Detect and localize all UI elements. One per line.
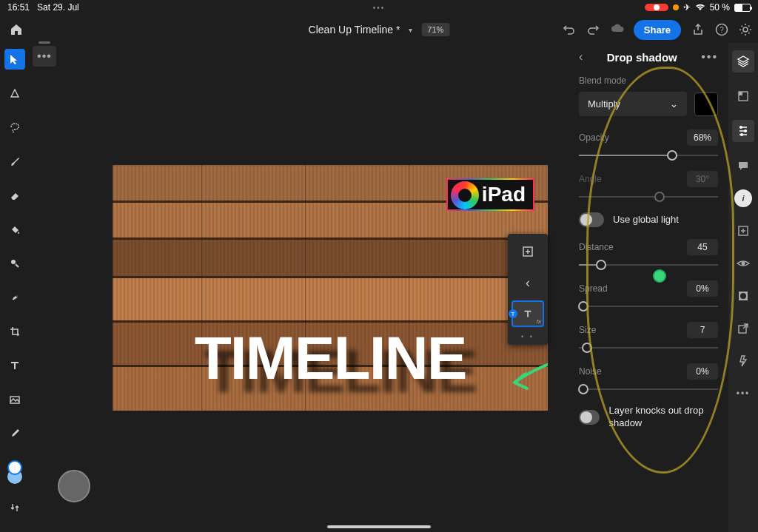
pagination-dots[interactable]: • • bbox=[521, 333, 534, 340]
spread-label: Spread bbox=[579, 283, 608, 294]
spread-slider[interactable] bbox=[579, 301, 718, 312]
color-swatches[interactable] bbox=[7, 460, 22, 484]
secondary-toolbar: ••• bbox=[33, 46, 56, 67]
canvas[interactable]: iPad TIMELINE bbox=[113, 165, 548, 411]
opacity-label: Opacity bbox=[579, 132, 609, 143]
svg-point-18 bbox=[740, 293, 746, 299]
svg-point-12 bbox=[744, 129, 747, 132]
handle-dots[interactable]: ••• bbox=[373, 4, 386, 12]
svg-point-5 bbox=[12, 297, 13, 299]
share-button[interactable]: Share bbox=[634, 20, 681, 40]
fx-badge: fx bbox=[537, 318, 541, 325]
layers-panel-button[interactable] bbox=[732, 50, 754, 73]
svg-point-13 bbox=[740, 133, 743, 136]
foreground-color[interactable] bbox=[7, 460, 22, 475]
smudge-tool[interactable] bbox=[4, 253, 25, 274]
global-light-toggle[interactable] bbox=[579, 212, 604, 227]
noise-slider[interactable] bbox=[579, 384, 718, 394]
angle-slider bbox=[579, 192, 718, 202]
knockout-toggle[interactable] bbox=[579, 410, 600, 425]
distance-value[interactable]: 45 bbox=[687, 239, 718, 255]
fill-tool[interactable] bbox=[4, 219, 25, 240]
export-panel-button[interactable] bbox=[734, 320, 752, 337]
size-label: Size bbox=[579, 325, 596, 335]
text-tool[interactable] bbox=[4, 355, 25, 376]
airplane-icon: ✈ bbox=[683, 2, 691, 13]
top-bar: ••• Clean Up Timeline * ▾ 71% Share ? bbox=[0, 15, 758, 44]
svg-point-16 bbox=[742, 262, 745, 266]
svg-point-6 bbox=[16, 296, 18, 297]
brush-tool[interactable] bbox=[4, 151, 25, 172]
eyedropper-tool[interactable] bbox=[4, 423, 25, 444]
text-layer-thumbnail[interactable]: T fx bbox=[512, 300, 544, 327]
knockout-label: Layer knocks out drop shadow bbox=[608, 405, 718, 430]
svg-point-2 bbox=[743, 27, 748, 32]
left-toolbar bbox=[0, 44, 30, 532]
ipad-badge: iPad bbox=[446, 178, 534, 211]
angle-value: 30° bbox=[687, 171, 718, 187]
properties-panel-button[interactable] bbox=[734, 87, 752, 105]
tool-options-button[interactable]: ••• bbox=[33, 46, 56, 67]
green-arrow-annotation bbox=[503, 353, 548, 397]
spread-value[interactable]: 0% bbox=[687, 280, 718, 297]
angle-label: Angle bbox=[579, 174, 602, 184]
text-layer-indicator: T bbox=[509, 309, 517, 318]
wifi-icon bbox=[695, 4, 705, 11]
privacy-dot bbox=[673, 4, 679, 10]
undo-button[interactable] bbox=[563, 23, 576, 36]
home-button[interactable] bbox=[6, 19, 27, 40]
healing-tool[interactable] bbox=[4, 287, 25, 308]
battery-icon bbox=[734, 4, 751, 12]
export-icon[interactable] bbox=[691, 23, 705, 36]
svg-rect-10 bbox=[739, 92, 742, 95]
comments-button[interactable] bbox=[734, 157, 752, 175]
timeline-text-layer[interactable]: TIMELINE bbox=[195, 323, 466, 393]
layer-strip: ‹ T fx • • bbox=[508, 234, 548, 345]
battery-pct: 50 % bbox=[710, 2, 730, 13]
move-tool[interactable] bbox=[4, 49, 25, 70]
noise-value[interactable]: 0% bbox=[687, 363, 718, 380]
size-value[interactable]: 7 bbox=[687, 322, 718, 338]
blend-mode-dropdown[interactable]: Multiply ⌄ bbox=[579, 92, 687, 116]
visibility-button[interactable] bbox=[734, 255, 752, 272]
opacity-slider[interactable] bbox=[579, 150, 718, 161]
place-tool[interactable] bbox=[4, 389, 25, 410]
blend-mode-label: Blend mode bbox=[579, 75, 718, 86]
more-button[interactable]: ••• bbox=[734, 385, 752, 403]
add-button[interactable] bbox=[734, 222, 752, 240]
info-button[interactable]: i bbox=[734, 189, 752, 207]
settings-icon[interactable] bbox=[739, 23, 752, 36]
svg-point-3 bbox=[11, 260, 16, 264]
cloud-icon[interactable] bbox=[610, 23, 623, 36]
opacity-value[interactable]: 68% bbox=[687, 129, 718, 146]
zoom-level[interactable]: 71% bbox=[421, 23, 449, 36]
panel-menu-button[interactable]: ••• bbox=[701, 50, 718, 64]
size-slider[interactable] bbox=[579, 343, 718, 353]
brush-preview[interactable] bbox=[58, 470, 90, 502]
right-toolbar: i ••• bbox=[728, 43, 758, 532]
transform-tool[interactable] bbox=[4, 83, 25, 104]
recording-indicator bbox=[645, 4, 668, 11]
title-dropdown-icon[interactable]: ▾ bbox=[409, 26, 412, 34]
svg-point-11 bbox=[739, 126, 742, 129]
adjustments-panel-button[interactable] bbox=[732, 120, 754, 142]
eraser-tool[interactable] bbox=[4, 185, 25, 206]
distance-label: Distance bbox=[579, 242, 614, 252]
svg-text:?: ? bbox=[720, 26, 724, 34]
lasso-tool[interactable] bbox=[4, 117, 25, 138]
noise-label: Noise bbox=[579, 366, 602, 377]
home-indicator[interactable] bbox=[327, 525, 431, 528]
shadow-color-well[interactable] bbox=[694, 92, 718, 116]
chevron-down-icon: ⌄ bbox=[670, 98, 678, 110]
mask-button[interactable] bbox=[734, 287, 752, 305]
panel-back-button[interactable]: ‹ bbox=[579, 50, 583, 64]
crop-tool[interactable] bbox=[4, 321, 25, 342]
redo-button[interactable] bbox=[586, 23, 600, 36]
quick-actions-button[interactable] bbox=[734, 352, 752, 370]
help-icon[interactable]: ? bbox=[715, 23, 728, 36]
add-layer-button[interactable] bbox=[512, 238, 544, 265]
distance-slider[interactable] bbox=[579, 260, 718, 270]
swap-colors[interactable] bbox=[4, 497, 25, 518]
collapse-button[interactable]: ‹ bbox=[512, 269, 544, 296]
document-title[interactable]: Clean Up Timeline * bbox=[309, 24, 400, 36]
